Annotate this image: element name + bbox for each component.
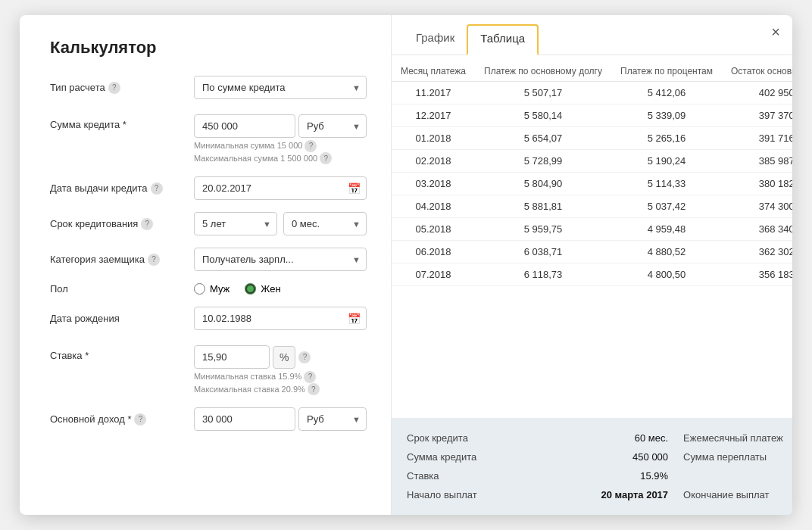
issue-date-calendar-icon[interactable]: 📅 (348, 182, 361, 195)
table-header-row: Месяц платежа Платеж по основному долгу … (392, 61, 792, 82)
table-row: 01.20185 654,075 265,16391 716,2910 919,… (392, 127, 792, 150)
summary-grid: Срок кредита60 мес.Ежемесячный платеж10 … (407, 430, 792, 503)
rate-hints: Минимальная ставка 15.9% ? Максимальная … (194, 370, 367, 395)
summary-row: Ежемесячный платеж10 919,23 (683, 430, 792, 446)
right-panel: График Таблица 🖨 Распечатать ⬇ Скачать М… (392, 15, 792, 515)
table-row: 05.20185 959,754 959,48368 340,8410 919,… (392, 218, 792, 241)
gender-male-radio[interactable] (194, 283, 205, 295)
summary-value: 20 марта 2017 (601, 489, 668, 500)
borrower-select-wrapper: Получатель зарпл... Стандартный ▼ (194, 248, 367, 271)
table-cell: 4 880,52 (611, 241, 722, 263)
table-cell: 374 300,59 (722, 195, 792, 218)
table-row: 06.20186 038,714 880,52362 302,1310 919,… (392, 241, 792, 263)
income-label: Основной доход * ? (50, 413, 194, 426)
summary-value: 15.9% (640, 470, 668, 482)
loan-amount-hints: Минимальная сумма 15 000 ? Максимальная … (194, 139, 367, 164)
loan-max-hint-icon[interactable]: ? (320, 152, 332, 164)
rate-min-hint: Минимальная ставка 15.9% ? (194, 370, 367, 383)
table-row: 07.20186 118,734 800,50356 183,4010 919,… (392, 263, 792, 286)
summary-label: Начало выплат (407, 489, 477, 500)
tab-graph[interactable]: График (404, 25, 467, 55)
loan-min-hint-icon[interactable]: ? (304, 140, 317, 152)
table-cell: 01.2018 (392, 127, 475, 150)
table-cell: 5 412,06 (611, 82, 722, 104)
calc-type-row: Тип расчета ? По сумме кредита По ежемес… (50, 76, 367, 99)
calc-type-select[interactable]: По сумме кредита По ежемесячному платежу (194, 76, 367, 99)
issue-date-input[interactable] (194, 176, 367, 200)
summary-row: Сумма переплаты205 153,80 (683, 449, 792, 465)
loan-amount-input[interactable] (194, 114, 295, 138)
rate-control: % ? Минимальная ставка 15.9% ? Максималь… (194, 345, 367, 395)
borrower-row: Категория заемщика ? Получатель зарпл...… (50, 248, 367, 271)
rate-max-hint: Максимальная ставка 20.9% ? (194, 383, 367, 396)
left-panel: Калькулятор Тип расчета ? По сумме креди… (20, 15, 392, 515)
loan-amount-control: Руб USD EUR ▼ Минимальная сумма 15 000 ?… (194, 114, 367, 164)
table-cell: 03.2018 (392, 173, 475, 195)
table-cell: 5 728,99 (475, 150, 611, 173)
term-months-select[interactable]: 0 мес.1 мес.2 мес. 3 мес.6 мес.11 мес. (283, 212, 367, 235)
summary-label: Ставка (407, 470, 439, 482)
borrower-control: Получатель зарпл... Стандартный ▼ (194, 248, 367, 271)
table-cell: 5 881,81 (475, 195, 611, 218)
income-control: Руб USD EUR ▼ (194, 407, 367, 431)
tab-table[interactable]: Таблица (467, 24, 539, 55)
col-balance: Остаток основного долга (722, 61, 792, 82)
table-cell: 5 507,17 (475, 82, 611, 104)
term-control: 1 лет2 лет3 лет4 лет 5 лет6 лет7 лет ▼ 0… (194, 212, 367, 235)
summary-label: Срок кредита (407, 432, 468, 444)
table-cell: 5 580,14 (475, 104, 611, 127)
summary-label: Сумма переплаты (683, 451, 767, 463)
rate-input[interactable] (194, 345, 270, 369)
calculator-modal: × Калькулятор Тип расчета ? По сумме кре… (20, 15, 792, 515)
term-label: Срок кредитования ? (50, 218, 194, 230)
table-cell: 5 190,24 (611, 150, 722, 173)
table-cell: 397 370,36 (722, 104, 792, 127)
percent-sign: % (273, 346, 295, 369)
income-row: Основной доход * ? Руб USD EUR ▼ (50, 407, 367, 431)
calc-type-help-icon[interactable]: ? (108, 82, 120, 94)
issue-date-help-icon[interactable]: ? (151, 182, 163, 195)
table-cell: 6 118,73 (475, 263, 611, 286)
loan-amount-label: Сумма кредита * (50, 114, 194, 130)
loan-currency-select-wrapper: Руб USD EUR ▼ (298, 114, 367, 138)
rate-max-hint-icon[interactable]: ? (308, 383, 320, 395)
income-input-group: Руб USD EUR ▼ (194, 407, 367, 431)
term-help-icon[interactable]: ? (141, 218, 153, 230)
table-cell: 5 804,90 (475, 173, 611, 195)
term-years-select[interactable]: 1 лет2 лет3 лет4 лет 5 лет6 лет7 лет (194, 212, 277, 235)
borrower-select[interactable]: Получатель зарпл... Стандартный (194, 248, 367, 271)
birthdate-input-group: 📅 (194, 307, 367, 330)
gender-female-option[interactable]: Жен (245, 283, 280, 295)
birthdate-calendar-icon[interactable]: 📅 (348, 313, 361, 325)
close-button[interactable]: × (771, 24, 780, 39)
table-cell: 4 959,48 (611, 218, 722, 241)
table-cell: 391 716,29 (722, 127, 792, 150)
gender-female-radio[interactable] (245, 283, 256, 295)
rate-min-hint-icon[interactable]: ? (304, 371, 316, 383)
table-cell: 05.2018 (392, 218, 475, 241)
birthdate-input[interactable] (194, 307, 367, 330)
borrower-help-icon[interactable]: ? (148, 254, 160, 266)
table-cell: 5 037,42 (611, 195, 722, 218)
loan-amount-input-group: Руб USD EUR ▼ (194, 114, 367, 138)
table-row: 11.20175 507,175 412,06402 950,5010 919,… (392, 82, 792, 104)
issue-date-input-group: 📅 (194, 176, 367, 200)
birthdate-row: Дата рождения 📅 (50, 307, 367, 330)
issue-date-label: Дата выдачи кредита ? (50, 182, 194, 195)
table-cell: 5 265,16 (611, 127, 722, 150)
gender-control: Муж Жен (194, 283, 367, 295)
table-cell: 362 302,13 (722, 241, 792, 263)
table-cell: 356 183,40 (722, 263, 792, 286)
income-help-icon[interactable]: ? (134, 413, 146, 426)
table-cell: 12.2017 (392, 104, 475, 127)
table-row: 02.20185 728,995 190,24385 987,3010 919,… (392, 150, 792, 173)
table-row: 12.20175 580,145 339,09397 370,3610 919,… (392, 104, 792, 127)
table-cell: 380 182,40 (722, 173, 792, 195)
table-cell: 5 339,09 (611, 104, 722, 127)
term-input-group: 1 лет2 лет3 лет4 лет 5 лет6 лет7 лет ▼ 0… (194, 212, 367, 235)
gender-male-option[interactable]: Муж (194, 283, 230, 295)
loan-currency-select[interactable]: Руб USD EUR (298, 114, 367, 138)
rate-help-icon[interactable]: ? (298, 351, 311, 363)
income-currency-select[interactable]: Руб USD EUR (298, 407, 367, 431)
income-input[interactable] (194, 407, 295, 431)
